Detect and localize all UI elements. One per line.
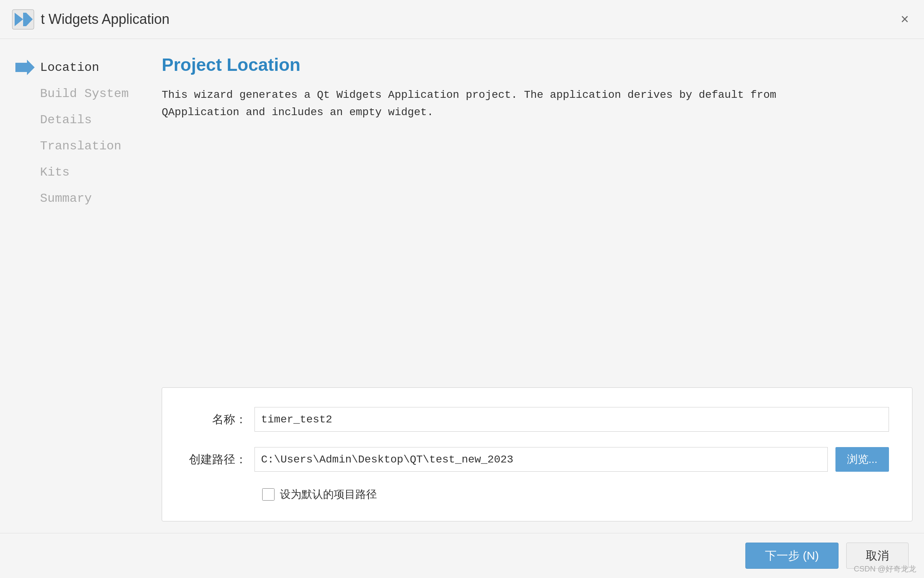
app-icon <box>12 8 35 31</box>
sidebar-label-location: Location <box>40 60 99 75</box>
title-bar: t Widgets Application × <box>0 0 924 39</box>
checkbox-label: 设为默认的项目路径 <box>280 487 377 502</box>
close-button[interactable]: × <box>897 12 912 27</box>
sidebar-label-build-system: Build System <box>40 87 129 101</box>
sidebar-item-summary[interactable]: Summary <box>12 185 150 211</box>
main-panel: Project Location This wizard generates a… <box>162 50 912 521</box>
sidebar-item-details[interactable]: Details <box>12 107 150 133</box>
name-label: 名称： <box>185 412 254 427</box>
sidebar-label-translation: Translation <box>40 139 121 153</box>
path-input[interactable] <box>254 447 828 472</box>
sidebar-item-location[interactable]: Location <box>12 54 150 80</box>
placeholder-icon-translation <box>15 138 35 154</box>
sidebar-item-build-system[interactable]: Build System <box>12 80 150 107</box>
name-row: 名称： <box>185 407 889 432</box>
description-text: This wizard generates a Qt Widgets Appli… <box>162 87 816 121</box>
window-title: t Widgets Application <box>41 11 169 27</box>
name-input[interactable] <box>254 407 889 432</box>
watermark: CSDN @好奇龙龙 <box>854 564 916 574</box>
dialog: t Widgets Application × Location Build S… <box>0 0 924 578</box>
svg-marker-4 <box>15 60 35 75</box>
sidebar-label-details: Details <box>40 113 92 127</box>
svg-rect-2 <box>23 13 26 26</box>
path-label: 创建路径： <box>185 452 254 467</box>
sidebar-item-kits[interactable]: Kits <box>12 159 150 185</box>
placeholder-icon-summary <box>15 191 35 206</box>
sidebar-label-kits: Kits <box>40 165 70 179</box>
active-arrow-icon <box>15 60 35 75</box>
sidebar-item-translation[interactable]: Translation <box>12 133 150 159</box>
content-area: Location Build System Details Translatio… <box>0 39 924 533</box>
page-title: Project Location <box>162 54 912 75</box>
default-path-checkbox[interactable] <box>262 488 275 501</box>
placeholder-icon-build <box>15 86 35 101</box>
footer: 下一步 (N) 取消 <box>0 533 924 578</box>
checkbox-row: 设为默认的项目路径 <box>262 487 889 502</box>
path-row: 创建路径： 浏览... <box>185 447 889 472</box>
placeholder-icon-details <box>15 112 35 127</box>
placeholder-icon-kits <box>15 164 35 180</box>
form-area: 名称： 创建路径： 浏览... 设为默认的项目路径 <box>162 387 912 521</box>
sidebar-label-summary: Summary <box>40 191 92 206</box>
sidebar: Location Build System Details Translatio… <box>12 50 150 521</box>
next-button[interactable]: 下一步 (N) <box>745 543 839 569</box>
browse-button[interactable]: 浏览... <box>835 447 889 472</box>
